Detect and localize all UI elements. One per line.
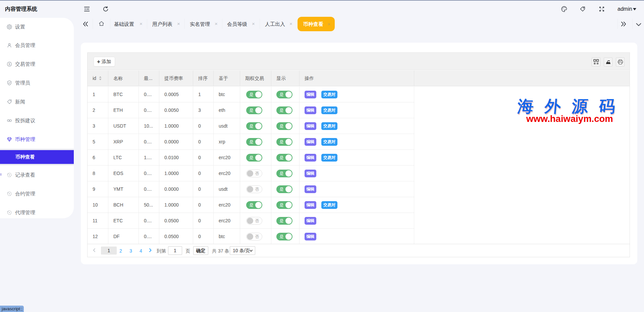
svg-text:$: $	[8, 62, 10, 66]
